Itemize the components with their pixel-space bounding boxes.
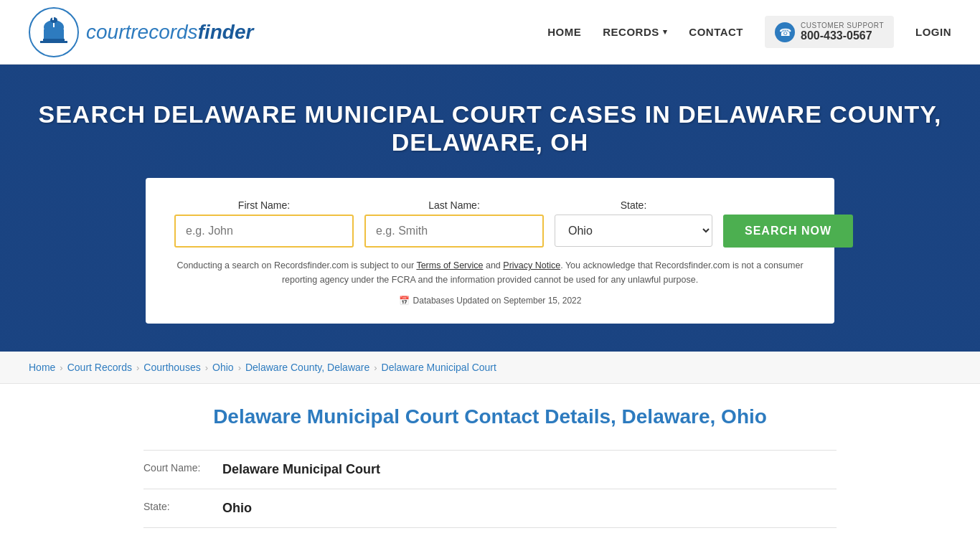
breadcrumb-sep-1: › — [60, 362, 62, 373]
logo-text: courtrecordsfinder — [86, 21, 253, 44]
svg-rect-8 — [52, 17, 54, 20]
breadcrumb-court-records[interactable]: Court Records — [67, 362, 132, 373]
nav-contact[interactable]: CONTACT — [689, 26, 743, 38]
breadcrumb-delaware-county[interactable]: Delaware County, Delaware — [245, 362, 369, 373]
state-detail-label: State: — [143, 501, 215, 512]
hero-title: SEARCH DELAWARE MUNICIPAL COURT CASES IN… — [14, 100, 966, 156]
breadcrumb-sep-4: › — [238, 362, 241, 373]
logo-icon — [29, 7, 79, 57]
content-title: Delaware Municipal Court Contact Details… — [143, 405, 837, 428]
privacy-link[interactable]: Privacy Notice — [503, 260, 560, 270]
svg-rect-3 — [44, 29, 64, 39]
terms-link[interactable]: Terms of Service — [416, 260, 483, 270]
hero-section: SEARCH DELAWARE MUNICIPAL COURT CASES IN… — [0, 65, 980, 352]
calendar-icon: 📅 — [399, 296, 410, 306]
breadcrumb-sep-5: › — [374, 362, 377, 373]
search-card: First Name: Last Name: State: Ohio SEARC… — [146, 178, 834, 324]
search-button[interactable]: SEARCH NOW — [723, 215, 853, 248]
svg-rect-4 — [43, 39, 65, 41]
first-name-input[interactable] — [174, 215, 354, 248]
breadcrumb: Home › Court Records › Courthouses › Ohi… — [0, 352, 980, 384]
breadcrumb-sep-2: › — [136, 362, 139, 373]
svg-rect-5 — [40, 41, 67, 43]
breadcrumb-ohio[interactable]: Ohio — [212, 362, 234, 373]
breadcrumb-sep-3: › — [205, 362, 208, 373]
last-name-group: Last Name: — [364, 199, 544, 248]
first-name-label: First Name: — [174, 199, 354, 211]
support-label: CUSTOMER SUPPORT — [801, 22, 884, 29]
support-phone[interactable]: 800-433-0567 — [801, 29, 884, 42]
header: courtrecordsfinder HOME RECORDS ▾ CONTAC… — [0, 0, 980, 65]
login-button[interactable]: LOGIN — [915, 26, 951, 38]
nav-records[interactable]: RECORDS ▾ — [603, 26, 667, 38]
logo[interactable]: courtrecordsfinder — [29, 7, 253, 57]
breadcrumb-current: Delaware Municipal Court — [382, 362, 496, 373]
main-nav: HOME RECORDS ▾ CONTACT ☎ CUSTOMER SUPPOR… — [547, 16, 951, 48]
state-select[interactable]: Ohio — [555, 215, 712, 247]
search-fields: First Name: Last Name: State: Ohio SEARC… — [174, 199, 806, 248]
headset-icon: ☎ — [775, 22, 795, 42]
state-group: State: Ohio — [555, 199, 712, 248]
court-name-label: Court Name: — [143, 462, 215, 474]
state-detail-value: Ohio — [222, 501, 252, 516]
last-name-input[interactable] — [364, 215, 544, 248]
last-name-label: Last Name: — [364, 199, 544, 211]
nav-home[interactable]: HOME — [547, 26, 581, 38]
breadcrumb-courthouses[interactable]: Courthouses — [143, 362, 200, 373]
disclaimer-text: Conducting a search on Recordsfinder.com… — [174, 258, 806, 287]
main-content: Delaware Municipal Court Contact Details… — [0, 384, 980, 550]
court-name-value: Delaware Municipal Court — [222, 462, 380, 477]
breadcrumb-home[interactable]: Home — [29, 362, 55, 373]
detail-row-court-name: Court Name: Delaware Municipal Court — [143, 450, 837, 489]
detail-row-state: State: Ohio — [143, 489, 837, 528]
support-box: ☎ CUSTOMER SUPPORT 800-433-0567 — [765, 16, 894, 48]
first-name-group: First Name: — [174, 199, 354, 248]
db-updated: 📅 Databases Updated on September 15, 202… — [174, 296, 806, 306]
chevron-down-icon: ▾ — [663, 27, 668, 37]
state-label: State: — [555, 199, 712, 211]
